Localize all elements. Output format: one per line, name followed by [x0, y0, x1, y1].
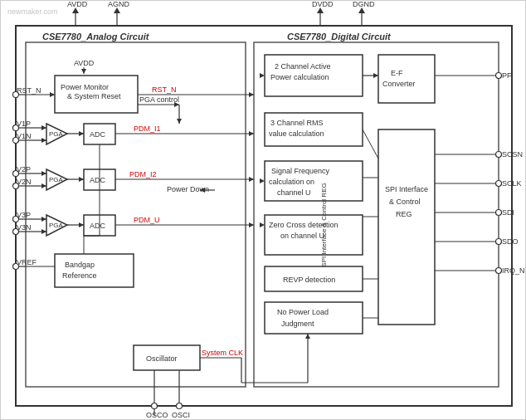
svg-rect-44 [84, 169, 115, 190]
svg-text:V3P: V3P [17, 211, 31, 219]
svg-marker-38 [46, 215, 67, 236]
svg-text:SDI: SDI [502, 208, 514, 217]
svg-text:SCSN: SCSN [502, 150, 523, 159]
svg-text:SCLK: SCLK [502, 179, 522, 188]
svg-text:V1N: V1N [17, 132, 32, 140]
svg-text:System CLK: System CLK [202, 349, 243, 357]
svg-text:Judgment: Judgment [281, 320, 314, 328]
svg-marker-27 [50, 92, 55, 97]
svg-point-147 [496, 210, 502, 216]
svg-marker-173 [260, 222, 265, 227]
svg-point-54 [13, 138, 19, 144]
svg-point-74 [13, 229, 19, 235]
svg-text:PGA: PGA [49, 176, 64, 183]
svg-marker-8 [317, 7, 324, 13]
svg-marker-82 [62, 264, 67, 269]
svg-text:3 Channel RMS: 3 Channel RMS [270, 119, 324, 127]
diagram-svg: AVDD AGND DVDD DGND CSE7780_Analog Circu… [1, 1, 526, 420]
svg-text:CSE7780_Digital Circuit: CSE7780_Digital Circuit [287, 32, 392, 42]
svg-point-153 [496, 268, 502, 274]
svg-text:Oscillator: Oscillator [146, 354, 178, 363]
svg-rect-122 [265, 266, 363, 291]
svg-text:REVP detection: REVP detection [283, 276, 335, 284]
svg-point-64 [13, 183, 19, 189]
svg-text:ADC: ADC [90, 176, 106, 184]
svg-text:SPI Interface & Control REG: SPI Interface & Control REG [320, 183, 328, 266]
svg-rect-13 [26, 42, 246, 387]
svg-marker-67 [41, 183, 46, 188]
svg-text:OSCI: OSCI [172, 411, 190, 419]
svg-rect-127 [378, 55, 435, 103]
svg-rect-115 [265, 161, 363, 201]
svg-point-144 [496, 181, 502, 187]
svg-text:PDM_I1: PDM_I1 [134, 125, 161, 133]
svg-point-59 [13, 171, 19, 177]
svg-text:REG: REG [396, 210, 412, 218]
svg-point-150 [496, 239, 502, 245]
svg-text:channel U: channel U [277, 188, 311, 197]
svg-text:PGA control: PGA control [139, 95, 179, 104]
svg-text:Bandgap: Bandgap [65, 261, 95, 269]
svg-text:CSE7780_Analog Circuit: CSE7780_Analog Circuit [42, 32, 150, 42]
svg-marker-29 [249, 92, 254, 97]
svg-marker-161 [305, 334, 310, 339]
svg-text:V1P: V1P [17, 120, 31, 128]
svg-text:OSCO: OSCO [146, 411, 168, 419]
svg-rect-124 [265, 302, 363, 334]
svg-marker-37 [46, 169, 67, 190]
svg-marker-72 [41, 217, 46, 222]
svg-text:Power Down: Power Down [167, 185, 209, 193]
svg-line-137 [363, 129, 378, 159]
svg-text:V3N: V3N [17, 223, 32, 232]
svg-text:VREF: VREF [17, 258, 37, 266]
svg-marker-36 [46, 124, 67, 144]
svg-marker-11 [358, 7, 365, 13]
svg-marker-84 [79, 131, 84, 136]
svg-text:Power Monitor: Power Monitor [61, 83, 109, 91]
svg-rect-46 [84, 215, 115, 236]
svg-text:AVDD: AVDD [74, 59, 95, 67]
svg-text:V2P: V2P [17, 165, 31, 173]
svg-point-69 [13, 217, 19, 222]
svg-marker-95 [249, 177, 254, 182]
svg-marker-19 [81, 69, 86, 74]
svg-point-24 [13, 92, 19, 98]
svg-marker-52 [41, 125, 46, 130]
svg-text:SPI Interface: SPI Interface [385, 185, 428, 193]
svg-point-133 [496, 73, 502, 79]
svg-text:E-F: E-F [391, 69, 403, 77]
svg-rect-15 [254, 42, 499, 387]
svg-rect-155 [134, 345, 200, 370]
svg-text:PGA: PGA [49, 130, 64, 138]
svg-rect-102 [55, 254, 134, 287]
svg-point-168 [177, 403, 183, 409]
svg-text:& System Reset: & System Reset [67, 92, 121, 100]
svg-text:2 Channel Active: 2 Channel Active [275, 62, 331, 71]
svg-marker-86 [79, 177, 84, 182]
svg-marker-88 [79, 222, 84, 227]
svg-point-141 [496, 152, 502, 158]
svg-marker-90 [249, 131, 254, 136]
svg-text:AGND: AGND [108, 1, 130, 8]
svg-text:RST_N: RST_N [17, 86, 41, 95]
svg-marker-172 [260, 178, 265, 183]
svg-rect-119 [265, 215, 363, 255]
svg-point-49 [13, 125, 19, 131]
svg-text:PGA: PGA [49, 222, 64, 229]
svg-marker-131 [373, 73, 378, 78]
svg-marker-170 [260, 73, 265, 78]
svg-text:AVDD: AVDD [67, 1, 88, 8]
svg-text:PDM_U: PDM_U [134, 216, 160, 224]
svg-text:Signal Frequency: Signal Frequency [271, 167, 330, 175]
svg-text:DGND: DGND [353, 1, 375, 8]
svg-text:on channel U: on channel U [280, 232, 324, 240]
svg-marker-57 [41, 138, 46, 143]
svg-text:ADC: ADC [90, 222, 106, 230]
svg-text:calculation on: calculation on [269, 178, 314, 186]
watermark: newmaker.com [7, 7, 58, 16]
svg-point-165 [152, 403, 158, 409]
svg-text:ADC: ADC [90, 130, 106, 139]
svg-marker-32 [174, 102, 179, 107]
svg-text:& Control: & Control [389, 198, 421, 206]
svg-marker-5 [114, 7, 120, 13]
